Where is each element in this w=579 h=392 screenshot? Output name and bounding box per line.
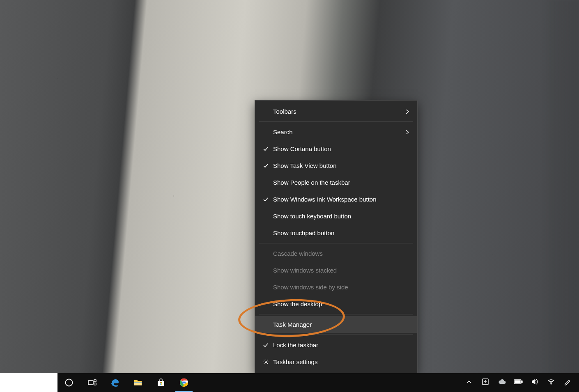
menu-separator [259,243,413,243]
menu-item-toolbars[interactable]: Toolbars [255,103,417,120]
edge-button[interactable] [103,373,126,392]
menu-label: Show touch keyboard button [273,213,411,220]
chrome-button[interactable] [172,373,195,392]
tray-battery-button[interactable] [512,373,525,392]
chrome-icon [179,378,189,387]
svg-rect-6 [134,382,142,383]
gear-icon [261,359,271,365]
show-hidden-icons-button[interactable] [462,373,476,392]
svg-rect-3 [94,380,96,382]
svg-rect-7 [158,381,164,386]
menu-label: Show Windows Ink Workspace button [273,196,411,203]
menu-item-stacked: Show windows stacked [255,262,417,279]
chevron-right-icon [404,130,411,134]
menu-item-show-ink[interactable]: Show Windows Ink Workspace button [255,191,417,208]
menu-item-task-manager[interactable]: Task Manager [255,316,417,333]
cortana-icon [64,378,74,387]
start-button-hovered[interactable] [0,373,57,392]
svg-point-15 [183,382,185,384]
tray-ink-workspace-button[interactable] [561,373,574,392]
menu-item-side-by-side: Show windows side by side [255,279,417,296]
update-icon [482,378,489,387]
menu-label: Search [273,128,404,135]
svg-rect-10 [160,383,161,385]
menu-label: Show touchpad button [273,229,411,236]
pen-icon [564,378,571,387]
svg-rect-9 [161,382,162,383]
tray-update-button[interactable] [479,373,492,392]
menu-label: Lock the taskbar [273,342,411,348]
edge-icon [110,378,120,387]
menu-item-show-touchpad[interactable]: Show touchpad button [255,225,417,241]
checkmark-icon [261,163,271,169]
file-explorer-button[interactable] [126,373,149,392]
onedrive-icon [498,379,506,386]
svg-rect-8 [160,382,161,383]
volume-icon [531,378,538,387]
menu-label: Show the desktop [273,300,411,307]
menu-item-lock-taskbar[interactable]: Lock the taskbar [255,337,417,353]
menu-label: Show windows side by side [273,284,411,291]
microsoft-store-button[interactable] [149,373,172,392]
checkmark-icon [261,342,271,348]
menu-item-show-task-view[interactable]: Show Task View button [255,157,417,174]
menu-item-show-people[interactable]: Show People on the taskbar [255,174,417,191]
menu-item-show-cortana[interactable]: Show Cortana button [255,140,417,157]
menu-label: Show Task View button [273,162,411,169]
chevron-right-icon [404,110,411,114]
system-tray [462,373,579,392]
menu-label: Show People on the taskbar [273,179,411,186]
svg-point-0 [265,361,267,363]
menu-item-search[interactable]: Search [255,124,417,140]
menu-item-cascade-windows: Cascade windows [255,245,417,262]
menu-label: Task Manager [273,321,411,328]
menu-separator [259,121,413,122]
cortana-button[interactable] [57,373,80,392]
checkmark-icon [261,197,271,202]
svg-rect-18 [522,381,522,383]
menu-separator [259,314,413,314]
menu-label: Taskbar settings [273,358,411,365]
taskbar [0,373,579,392]
menu-label: Cascade windows [273,250,411,257]
file-explorer-icon [133,378,143,387]
menu-label: Toolbars [273,108,404,115]
menu-separator [259,335,413,335]
microsoft-store-icon [156,378,166,387]
svg-rect-11 [161,383,162,385]
wifi-icon [547,378,555,387]
taskbar-spacer [195,373,462,392]
svg-point-20 [551,383,551,384]
checkmark-icon [261,146,271,152]
svg-rect-2 [88,381,93,385]
menu-item-show-touch-keyboard[interactable]: Show touch keyboard button [255,208,417,225]
battery-icon [514,379,523,386]
svg-rect-19 [515,381,520,383]
menu-item-taskbar-settings[interactable]: Taskbar settings [255,353,417,370]
chevron-up-icon [466,379,471,386]
menu-label: Show windows stacked [273,267,411,274]
taskbar-context-menu: Toolbars Search Show Cortana button Show… [255,100,418,373]
tray-onedrive-button[interactable] [495,373,508,392]
svg-rect-4 [94,383,96,385]
tray-network-button[interactable] [545,373,558,392]
tray-volume-button[interactable] [528,373,541,392]
svg-point-1 [66,379,73,386]
menu-label: Show Cortana button [273,145,411,152]
menu-item-show-desktop[interactable]: Show the desktop [255,296,417,312]
task-view-icon [87,378,97,387]
task-view-button[interactable] [80,373,103,392]
